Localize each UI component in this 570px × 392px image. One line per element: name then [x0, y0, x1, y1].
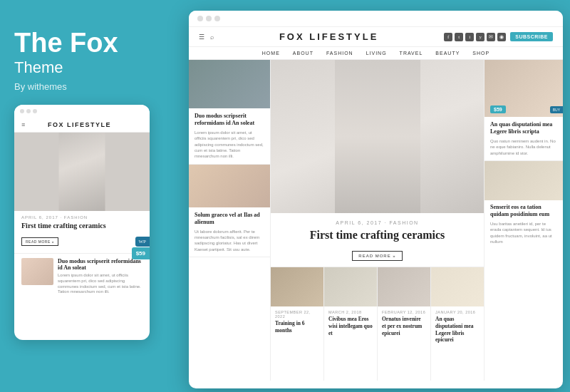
instagram-icon: i	[465, 33, 474, 41]
desktop-right-body-2: Usu baritas anetileri id, per te erada c…	[490, 221, 557, 245]
desktop-center-hero-image	[271, 60, 484, 213]
desktop-right-article-1: An quas disputationi mea Legere libris s…	[484, 117, 563, 161]
mobile-hero-figure	[59, 133, 105, 211]
desktop-bottom-date-4: JANUARY 20, 2016	[435, 310, 480, 314]
desktop-mockup: ☰ ⌕ FOX LIFESTYLE f t i y ✉ ◉ SUBSCRIBE …	[189, 11, 563, 388]
desktop-search-icon: ⌕	[210, 33, 214, 41]
nav-about[interactable]: ABOUT	[293, 51, 314, 56]
mobile-logo: FOX LIFESTYLE	[48, 121, 111, 128]
desktop-dot-2	[206, 16, 212, 21]
twitter-icon: t	[455, 33, 463, 41]
desktop-center-hero-figure	[335, 60, 420, 213]
nav-shop[interactable]: SHOP	[472, 51, 489, 56]
mobile-price-badge: $59	[132, 247, 150, 259]
theme-by: By withemes	[14, 81, 171, 92]
desktop-bottom-date-2: MARCH 2, 2018	[328, 310, 373, 314]
mobile-dot-2	[26, 109, 31, 113]
desktop-left-article-2: Solum graeco vel at Ilas ad alienum Ut l…	[189, 207, 270, 257]
desktop-bottom-item-3: FEBRUARY 12, 2016 Ornatus invenire et pe…	[378, 267, 431, 381]
mobile-hero-image	[14, 133, 150, 211]
mobile-header: ≡ FOX LIFESTYLE	[14, 118, 150, 133]
desktop-logo: FOX LIFESTYLE	[279, 31, 378, 42]
desktop-right-title-1: An quas disputationi mea Legere libris s…	[490, 121, 557, 136]
desktop-dot-3	[214, 16, 220, 21]
mobile-mockup: ≡ FOX LIFESTYLE WP $59 APRIL 6, 2017 · F…	[14, 105, 150, 340]
desktop-social-icons: f t i y ✉ ◉	[444, 33, 506, 41]
desktop-center-caption: APRIL 6, 2017 · FASHION First time craft…	[271, 213, 484, 267]
left-panel: The Fox Theme By withemes ≡ FOX LIFESTYL…	[14, 0, 171, 392]
desktop-left-article-1: Duo modus scripserit reformidans id An s…	[189, 108, 270, 165]
desktop-header-left: ☰ ⌕	[199, 33, 214, 41]
mobile-bottom-article: Duo modus scripserit reformidans id An s…	[14, 253, 150, 299]
desktop-bottom-title-4: An quas disputationi mea Legere libris e…	[435, 316, 480, 344]
desktop-bottom-caption-1: SEPTEMBER 22, 2022 Training in 6 months	[271, 306, 323, 338]
nav-travel[interactable]: TRAVEL	[400, 51, 423, 56]
desktop-bottom-date-3: FEBRUARY 12, 2016	[382, 310, 426, 314]
youtube-icon: y	[476, 33, 484, 41]
mobile-top-bar	[14, 105, 150, 118]
mobile-bottom-title: Duo modus scripserit reformidans id An s…	[58, 258, 142, 272]
desktop-left-image-overlay	[189, 60, 270, 108]
desktop-bottom-title-3: Ornatus invenire et per ex nostrum epicu…	[382, 316, 426, 336]
desktop-right-column: $59 BUY An quas disputationi mea Legere …	[484, 60, 563, 381]
mobile-date-cat: APRIL 6, 2017 · FASHION	[21, 215, 142, 220]
desktop-bottom-image-3	[378, 267, 430, 306]
mobile-read-more-button[interactable]: READ MORE »	[21, 237, 58, 246]
desktop-center-column: APRIL 6, 2017 · FASHION First time craft…	[271, 60, 484, 381]
desktop-right-body-1: Quo natun neminem audent in. No ne eque …	[490, 138, 557, 156]
desktop-bottom-image-4	[431, 267, 484, 306]
mobile-hamburger-icon: ≡	[21, 121, 25, 128]
desktop-dot-1	[197, 16, 203, 21]
mobile-thumbnail	[21, 258, 53, 285]
nav-beauty[interactable]: BEAUTY	[435, 51, 460, 56]
desktop-content: Duo modus scripserit reformidans id An s…	[189, 60, 563, 381]
desktop-left-body-1: Lorem ipsum dolor sit amet, ut officiis …	[195, 130, 264, 160]
desktop-center-main-title: First time crafting ceramics	[285, 228, 470, 242]
desktop-right-article-2: Senserit eos ea tation quidam posidinium…	[484, 200, 563, 248]
desktop-bottom-item-2: MARCH 2, 2018 Civibus mea Eros wisi inte…	[324, 267, 378, 381]
desktop-bottom-caption-3: FEBRUARY 12, 2016 Ornatus invenire et pe…	[378, 306, 430, 340]
mobile-dot-3	[33, 109, 37, 113]
desktop-right-buy-label: BUY	[550, 106, 563, 113]
desktop-bottom-image-2	[324, 267, 377, 306]
nav-living[interactable]: LIVING	[366, 51, 387, 56]
nav-home[interactable]: HOME	[262, 51, 280, 56]
theme-title: The Fox	[14, 29, 171, 58]
desktop-left-column: Duo modus scripserit reformidans id An s…	[189, 60, 271, 381]
desktop-bottom-item-1: SEPTEMBER 22, 2022 Training in 6 months	[271, 267, 324, 381]
desktop-bottom-title-2: Civibus mea Eros wisi intellegam quo et	[328, 316, 373, 336]
theme-subtitle: Theme	[14, 58, 171, 77]
desktop-bottom-caption-2: MARCH 2, 2018 Civibus mea Eros wisi inte…	[324, 306, 377, 340]
desktop-left-image-2	[189, 165, 270, 207]
desktop-bottom-date-1: SEPTEMBER 22, 2022	[275, 310, 319, 319]
desktop-right-image-1: $59 BUY	[484, 60, 563, 117]
desktop-left-title-1: Duo modus scripserit reformidans id An s…	[195, 113, 264, 128]
facebook-icon: f	[444, 33, 452, 41]
desktop-top-bar	[189, 11, 563, 27]
desktop-subscribe-button[interactable]: SUBSCRIBE	[510, 32, 553, 41]
desktop-left-body-2: Ut labore dolorum affierit. Per te mnesa…	[195, 229, 264, 253]
mobile-wp-badge: WP	[135, 237, 150, 247]
rss-icon: ◉	[497, 33, 506, 41]
desktop-center-bottom-grid: SEPTEMBER 22, 2022 Training in 6 months …	[271, 267, 484, 381]
mobile-bottom-body: Lorem ipsum dolor sit amet, ut officiis …	[58, 273, 142, 295]
desktop-bottom-item-4: JANUARY 20, 2016 An quas disputationi me…	[431, 267, 484, 381]
desktop-bottom-title-1: Training in 6 months	[275, 320, 319, 334]
mobile-bottom-text: Duo modus scripserit reformidans id An s…	[58, 258, 142, 295]
desktop-left-title-2: Solum graeco vel at Ilas ad alienum	[195, 212, 264, 227]
desktop-right-image-2	[484, 161, 563, 200]
desktop-bottom-caption-4: JANUARY 20, 2016 An quas disputationi me…	[431, 306, 484, 347]
nav-fashion[interactable]: FASHION	[326, 51, 353, 56]
mobile-dot-1	[20, 109, 24, 113]
desktop-header: ☰ ⌕ FOX LIFESTYLE f t i y ✉ ◉ SUBSCRIBE	[189, 27, 563, 47]
mobile-article-title: First time crafting ceramics	[21, 221, 142, 230]
desktop-header-right: f t i y ✉ ◉ SUBSCRIBE	[444, 32, 553, 41]
desktop-left-image-1	[189, 60, 270, 108]
desktop-bottom-image-1	[271, 267, 323, 306]
desktop-center-read-more[interactable]: READ MORE »	[352, 251, 402, 261]
desktop-nav: HOME ABOUT FASHION LIVING TRAVEL BEAUTY …	[189, 47, 563, 60]
desktop-right-price-badge: $59	[490, 105, 506, 113]
desktop-hamburger-icon: ☰	[199, 33, 204, 41]
desktop-center-date-cat: APRIL 6, 2017 · FASHION	[285, 220, 470, 225]
mobile-article-section: APRIL 6, 2017 · FASHION First time craft…	[14, 211, 150, 253]
